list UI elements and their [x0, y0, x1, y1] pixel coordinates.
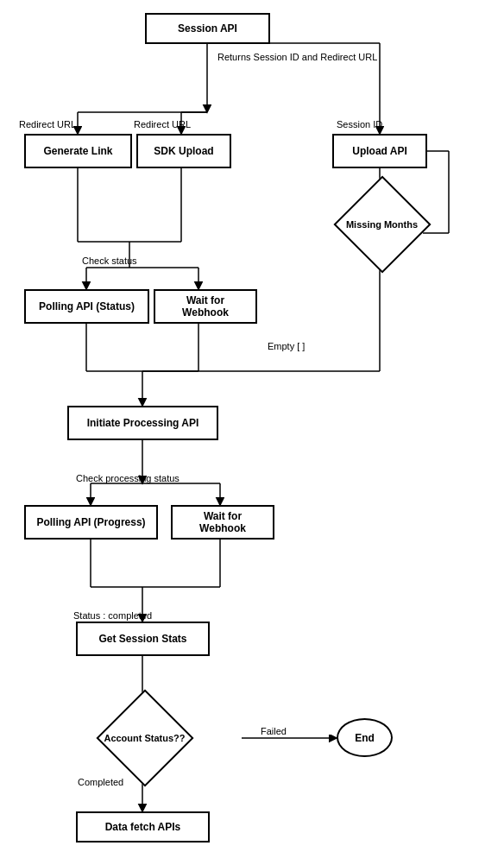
missing-months-label: Missing Months — [346, 219, 418, 230]
account-status-diamond: Account Status?? — [86, 699, 203, 777]
check-status-label: Check status — [82, 256, 137, 266]
missing-months-diamond: Missing Months — [324, 186, 440, 263]
empty-label: Empty [ ] — [268, 341, 305, 351]
initiate-processing-label: Initiate Processing API — [87, 417, 199, 429]
session-api-box: Session API — [145, 13, 270, 44]
polling-status-label: Polling API (Status) — [39, 300, 135, 312]
wait-webhook2-box: Wait for Webhook — [171, 505, 274, 540]
upload-api-label: Upload API — [352, 145, 407, 157]
check-processing-label: Check processing status — [76, 473, 180, 483]
wait-webhook1-label: Wait for Webhook — [162, 294, 249, 319]
data-fetch-label: Data fetch APIs — [105, 821, 181, 833]
end-ellipse: End — [337, 718, 393, 757]
get-session-stats-label: Get Session Stats — [98, 633, 186, 645]
initiate-processing-box: Initiate Processing API — [67, 406, 218, 440]
polling-progress-box: Polling API (Progress) — [24, 505, 158, 540]
data-fetch-box: Data fetch APIs — [76, 811, 210, 843]
redirect-url-left-label: Redirect URL — [19, 119, 76, 129]
sdk-upload-label: SDK Upload — [154, 145, 213, 157]
failed-label: Failed — [261, 726, 287, 736]
generate-link-box: Generate Link — [24, 134, 132, 168]
sdk-upload-box: SDK Upload — [136, 134, 231, 168]
polling-status-box: Polling API (Status) — [24, 289, 149, 324]
upload-api-box: Upload API — [332, 134, 427, 168]
end-label: End — [355, 732, 375, 744]
diagram: Session API Returns Session ID and Redir… — [0, 0, 504, 852]
status-completed-label: Status : completed — [73, 610, 152, 621]
wait-webhook1-box: Wait for Webhook — [154, 289, 257, 324]
returns-label: Returns Session ID and Redirect URL — [217, 52, 377, 62]
get-session-stats-box: Get Session Stats — [76, 622, 210, 656]
wait-webhook2-label: Wait for Webhook — [180, 510, 266, 534]
redirect-url-mid-label: Redirect URL — [134, 119, 191, 129]
completed-label: Completed — [78, 777, 123, 787]
generate-link-label: Generate Link — [43, 145, 112, 157]
polling-progress-label: Polling API (Progress) — [36, 516, 145, 528]
session-api-label: Session API — [178, 22, 237, 35]
account-status-label: Account Status?? — [104, 733, 185, 743]
session-id-label: Session ID — [337, 119, 382, 129]
